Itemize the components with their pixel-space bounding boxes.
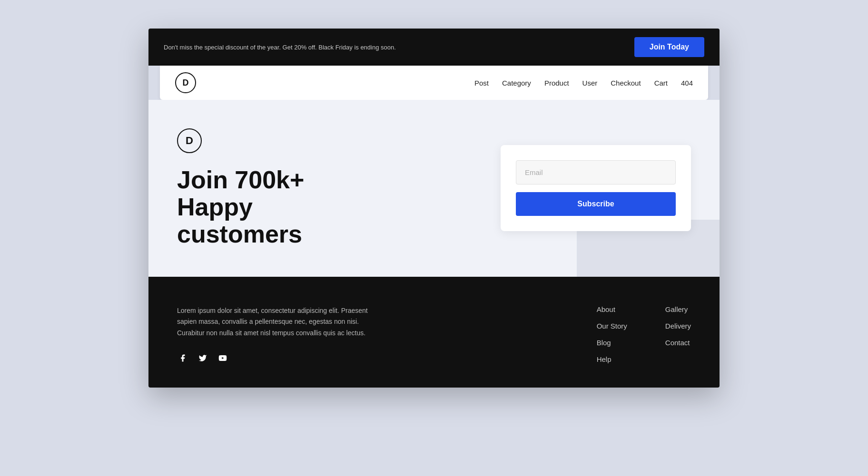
footer-description: Lorem ipsum dolor sit amet, consectetur …	[177, 305, 386, 339]
footer-link-help[interactable]: Help	[597, 355, 627, 363]
nav-link-post[interactable]: Post	[474, 79, 489, 87]
youtube-icon[interactable]	[217, 352, 228, 364]
email-input[interactable]	[516, 160, 676, 185]
hero-headline: Join 700k+ Happy customers	[177, 166, 367, 248]
nav-link-user[interactable]: User	[582, 79, 598, 87]
footer-col-1: About Our Story Blog Help	[597, 305, 627, 364]
footer-col-2: Gallery Delivery Contact	[665, 305, 691, 364]
nav-link-checkout[interactable]: Checkout	[611, 79, 641, 87]
footer-link-our-story[interactable]: Our Story	[597, 322, 627, 330]
nav-link-cart[interactable]: Cart	[654, 79, 668, 87]
page-wrapper: Don't miss the special discount of the y…	[148, 29, 720, 388]
nav-link-404[interactable]: 404	[681, 79, 693, 87]
nav-logo: D	[175, 72, 196, 93]
social-icons	[177, 352, 559, 364]
hero-section: D Join 700k+ Happy customers Subscribe	[148, 100, 720, 277]
nav-link-category[interactable]: Category	[502, 79, 531, 87]
hero-signup-card: Subscribe	[501, 145, 691, 231]
hero-logo: D	[177, 128, 202, 153]
footer-link-blog[interactable]: Blog	[597, 339, 627, 347]
join-today-button[interactable]: Join Today	[634, 37, 704, 57]
facebook-icon[interactable]	[177, 352, 188, 364]
footer-link-gallery[interactable]: Gallery	[665, 305, 691, 313]
footer-link-delivery[interactable]: Delivery	[665, 322, 691, 330]
footer-link-contact[interactable]: Contact	[665, 339, 691, 347]
hero-left: D Join 700k+ Happy customers	[177, 128, 501, 248]
twitter-icon[interactable]	[197, 352, 208, 364]
navbar: D Post Category Product User Checkout Ca…	[160, 66, 708, 100]
nav-links: Post Category Product User Checkout Cart…	[474, 79, 693, 87]
footer-left: Lorem ipsum dolor sit amet, consectetur …	[177, 305, 559, 364]
footer: Lorem ipsum dolor sit amet, consectetur …	[148, 277, 720, 388]
announcement-text: Don't miss the special discount of the y…	[164, 44, 396, 51]
footer-link-about[interactable]: About	[597, 305, 627, 313]
nav-link-product[interactable]: Product	[544, 79, 569, 87]
subscribe-button[interactable]: Subscribe	[516, 192, 676, 216]
announcement-bar: Don't miss the special discount of the y…	[148, 29, 720, 66]
